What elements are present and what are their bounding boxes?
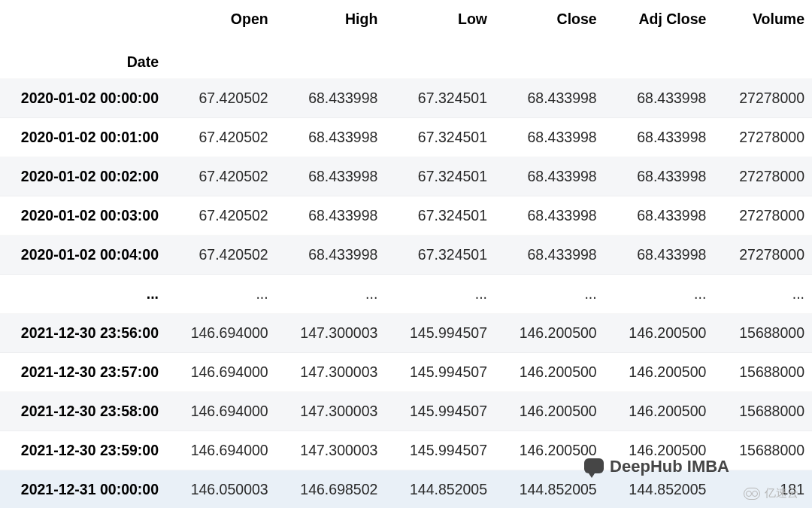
data-cell: 67.324501 [385, 236, 495, 275]
data-cell: 67.324501 [385, 118, 495, 157]
data-cell: 68.433998 [604, 79, 714, 118]
table-row: 2021-12-30 23:59:00146.694000147.3000031… [0, 431, 812, 470]
table-row: ..................... [0, 275, 812, 314]
data-cell: 67.324501 [385, 196, 495, 236]
data-cell: 146.200500 [604, 353, 714, 392]
row-index-cell: 2021-12-30 23:59:00 [0, 431, 166, 470]
data-cell: 67.420502 [166, 157, 276, 196]
data-cell: ... [604, 275, 714, 314]
column-header-open: Open [166, 0, 276, 38]
data-cell: 145.994507 [385, 353, 495, 392]
row-index-cell: 2020-01-02 00:02:00 [0, 157, 166, 196]
data-cell: 68.433998 [276, 196, 386, 236]
row-index-cell: 2021-12-30 23:57:00 [0, 353, 166, 392]
data-cell: 146.698502 [276, 470, 386, 509]
data-cell: 146.694000 [166, 353, 276, 392]
data-cell: 68.433998 [495, 118, 604, 157]
data-cell: 68.433998 [604, 118, 714, 157]
data-cell: ... [714, 275, 812, 314]
column-header-low: Low [385, 0, 495, 38]
data-cell: 15688000 [714, 314, 812, 353]
data-cell: 146.200500 [604, 431, 714, 470]
data-cell: 68.433998 [604, 236, 714, 275]
row-index-cell: 2020-01-02 00:01:00 [0, 118, 166, 157]
data-cell: 146.694000 [166, 314, 276, 353]
data-cell: 27278000 [714, 196, 812, 236]
row-index-cell: 2020-01-02 00:04:00 [0, 236, 166, 275]
data-cell: 68.433998 [495, 236, 604, 275]
data-cell: 68.433998 [276, 236, 386, 275]
data-cell: 68.433998 [495, 196, 604, 236]
column-header-volume: Volume [714, 0, 812, 38]
table-row: 2020-01-02 00:03:0067.42050268.43399867.… [0, 196, 812, 236]
data-cell: 181 [714, 470, 812, 509]
column-header-high: High [276, 0, 386, 38]
data-cell: 145.994507 [385, 392, 495, 431]
data-cell: 146.694000 [166, 431, 276, 470]
data-cell: 67.420502 [166, 196, 276, 236]
table-row: 2021-12-30 23:57:00146.694000147.3000031… [0, 353, 812, 392]
data-cell: 27278000 [714, 79, 812, 118]
data-cell: 144.852005 [604, 470, 714, 509]
data-cell: 15688000 [714, 353, 812, 392]
data-cell: 146.200500 [495, 353, 604, 392]
data-cell: 146.200500 [495, 392, 604, 431]
data-cell: 67.420502 [166, 79, 276, 118]
data-cell: 67.324501 [385, 79, 495, 118]
data-cell: 68.433998 [276, 118, 386, 157]
row-index-cell: 2021-12-30 23:56:00 [0, 314, 166, 353]
data-cell: ... [385, 275, 495, 314]
data-cell: ... [166, 275, 276, 314]
column-header-adj-close: Adj Close [604, 0, 714, 38]
data-cell: 27278000 [714, 157, 812, 196]
data-cell: 68.433998 [604, 196, 714, 236]
data-cell: 68.433998 [495, 79, 604, 118]
table-row: 2021-12-31 00:00:00146.050003146.6985021… [0, 470, 812, 509]
table-row: 2021-12-30 23:58:00146.694000147.3000031… [0, 392, 812, 431]
column-header-close: Close [495, 0, 604, 38]
data-cell: ... [495, 275, 604, 314]
data-cell: 67.420502 [166, 118, 276, 157]
data-cell: 145.994507 [385, 431, 495, 470]
index-label: Date [0, 38, 166, 79]
column-header-row: Open High Low Close Adj Close Volume [0, 0, 812, 38]
table-body: 2020-01-02 00:00:0067.42050268.43399867.… [0, 79, 812, 509]
data-cell: 68.433998 [495, 157, 604, 196]
data-cell: 146.694000 [166, 392, 276, 431]
data-cell: 146.200500 [495, 431, 604, 470]
row-index-cell: ... [0, 275, 166, 314]
data-cell: 146.200500 [604, 314, 714, 353]
data-cell: 147.300003 [276, 314, 386, 353]
data-cell: 147.300003 [276, 431, 386, 470]
data-cell: 27278000 [714, 118, 812, 157]
index-header-blank [0, 0, 166, 38]
data-cell: 27278000 [714, 236, 812, 275]
index-header-row: Date [0, 38, 812, 79]
data-cell: 67.324501 [385, 157, 495, 196]
row-index-cell: 2021-12-30 23:58:00 [0, 392, 166, 431]
row-index-cell: 2021-12-31 00:00:00 [0, 470, 166, 509]
row-index-cell: 2020-01-02 00:00:00 [0, 79, 166, 118]
data-cell: 145.994507 [385, 314, 495, 353]
table-row: 2020-01-02 00:02:0067.42050268.43399867.… [0, 157, 812, 196]
data-cell: 147.300003 [276, 353, 386, 392]
data-cell: 146.200500 [604, 392, 714, 431]
data-cell: ... [276, 275, 386, 314]
data-cell: 146.050003 [166, 470, 276, 509]
table-row: 2020-01-02 00:01:0067.42050268.43399867.… [0, 118, 812, 157]
data-cell: 146.200500 [495, 314, 604, 353]
data-cell: 144.852005 [385, 470, 495, 509]
data-cell: 67.420502 [166, 236, 276, 275]
data-cell: 68.433998 [604, 157, 714, 196]
row-index-cell: 2020-01-02 00:03:00 [0, 196, 166, 236]
data-cell: 15688000 [714, 392, 812, 431]
data-cell: 144.852005 [495, 470, 604, 509]
table-row: 2020-01-02 00:00:0067.42050268.43399867.… [0, 79, 812, 118]
data-cell: 147.300003 [276, 392, 386, 431]
data-cell: 68.433998 [276, 79, 386, 118]
data-cell: 15688000 [714, 431, 812, 470]
table-row: 2021-12-30 23:56:00146.694000147.3000031… [0, 314, 812, 353]
table-row: 2020-01-02 00:04:0067.42050268.43399867.… [0, 236, 812, 275]
data-cell: 68.433998 [276, 157, 386, 196]
dataframe-table: Open High Low Close Adj Close Volume Dat… [0, 0, 812, 508]
